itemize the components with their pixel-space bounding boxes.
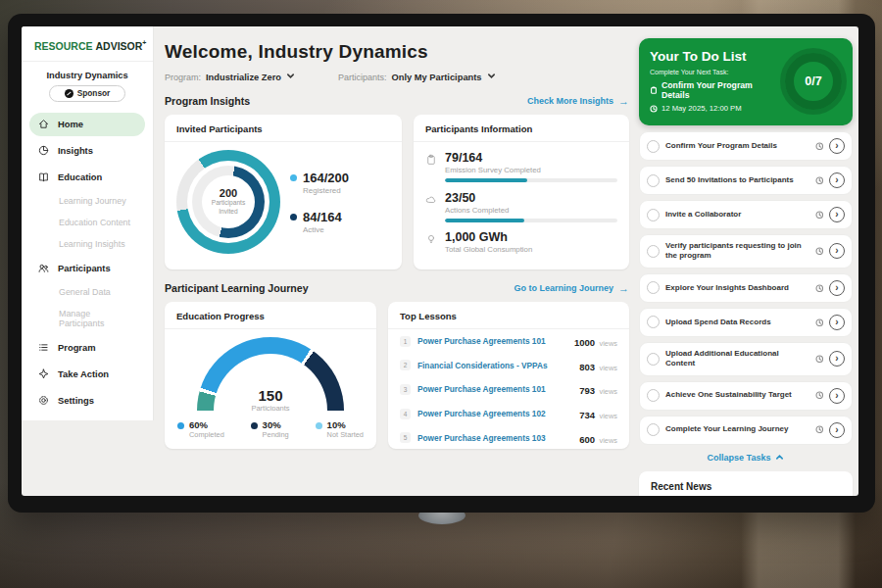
task-label: Achieve One Sustainability Target xyxy=(665,390,809,400)
lesson-link[interactable]: Power Purchase Agreements 101 xyxy=(417,336,567,346)
task-label: Send 50 Invitations to Participants xyxy=(665,175,809,185)
sidebar-item-label: General Data xyxy=(59,287,111,297)
sidebar-item-education-content[interactable]: Education Content xyxy=(29,214,145,232)
task-checkbox[interactable] xyxy=(647,281,660,294)
sidebar-item-take-action[interactable]: Take Action xyxy=(29,363,145,386)
clock-icon xyxy=(815,355,824,364)
clipboard-icon xyxy=(650,86,658,94)
task-checkbox[interactable] xyxy=(647,209,660,221)
clock-icon xyxy=(815,211,824,220)
task-open-button[interactable]: › xyxy=(829,207,845,222)
todo-progress-ring: 0/7 xyxy=(785,53,842,110)
sidebar-item-label: Education xyxy=(58,172,102,182)
todo-title: Your To Do List xyxy=(650,49,779,64)
lesson-views: 803 views xyxy=(579,357,617,374)
sidebar-item-program[interactable]: Program xyxy=(29,336,145,360)
task-checkbox[interactable] xyxy=(647,174,660,187)
lesson-views: 1000 views xyxy=(574,332,617,350)
org-name: Industry Dynamics xyxy=(22,71,153,80)
sidebar-item-learning-insights[interactable]: Learning Insights xyxy=(29,235,145,254)
lesson-row: 1Power Purchase Agreements 1011000 views xyxy=(388,329,629,354)
home-icon xyxy=(37,118,50,130)
settings-icon xyxy=(37,394,50,407)
todo-task-row: Verify participants requesting to join t… xyxy=(639,234,853,269)
invited-participants-card: Invited Participants 200 Participants In… xyxy=(165,115,402,270)
program-icon xyxy=(37,341,50,354)
dashboard-screen: RESOURCEADVISOR+ Industry Dynamics Spons… xyxy=(22,26,858,496)
sidebar-item-label: Learning Journey xyxy=(59,196,126,206)
clock-icon xyxy=(815,425,824,434)
resource-advisor-logo: RESOURCEADVISOR+ xyxy=(22,26,153,62)
sidebar-item-label: Insights xyxy=(58,145,93,156)
task-label: Invite a Collaborator xyxy=(665,210,809,220)
task-open-button[interactable]: › xyxy=(829,315,845,330)
task-label: Upload Additional Educational Content xyxy=(665,349,809,369)
lesson-list: 1Power Purchase Agreements 1011000 views… xyxy=(388,329,629,450)
sidebar-item-manage-participants[interactable]: Manage Participants xyxy=(29,305,145,333)
legend-dot xyxy=(251,422,258,429)
lesson-views: 793 views xyxy=(579,380,617,398)
sidebar-item-learning-journey[interactable]: Learning Journey xyxy=(29,192,145,211)
lesson-row: 4Power Purchase Agreements 102734 views xyxy=(388,402,629,426)
clock-icon xyxy=(650,105,658,113)
task-open-button[interactable]: › xyxy=(829,351,845,367)
task-checkbox[interactable] xyxy=(647,140,660,153)
check-more-insights-link[interactable]: Check More Insights → xyxy=(527,96,629,107)
todo-task-row: Send 50 Invitations to Participants› xyxy=(639,166,853,195)
top-lessons-card: Top Lessons 1Power Purchase Agreements 1… xyxy=(388,302,629,449)
task-open-button[interactable]: › xyxy=(829,280,845,296)
task-open-button[interactable]: › xyxy=(829,138,845,154)
gauge-legend: 60%Completed 30%Pending 10%Not Started xyxy=(165,411,376,439)
monitor-bezel: RESOURCEADVISOR+ Industry Dynamics Spons… xyxy=(8,14,875,513)
clipboard-icon xyxy=(425,154,437,182)
task-checkbox[interactable] xyxy=(647,423,660,436)
task-checkbox[interactable] xyxy=(647,245,660,258)
participants-filter[interactable]: Participants: Only My Participants xyxy=(338,72,496,82)
task-label: Verify participants requesting to join t… xyxy=(665,241,809,262)
stat-emission-survey: 79/164 Emission Survey Completed xyxy=(425,151,617,182)
sidebar-item-education[interactable]: Education xyxy=(29,166,145,189)
todo-task-row: Complete Your Learning Journey› xyxy=(639,416,853,445)
task-checkbox[interactable] xyxy=(647,316,660,328)
sidebar-item-home[interactable]: Home xyxy=(29,113,145,136)
program-filter[interactable]: Program: Industrialize Zero xyxy=(165,72,295,82)
lesson-link[interactable]: Power Purchase Agreements 103 xyxy=(417,433,572,443)
sidebar-item-label: Take Action xyxy=(58,368,109,379)
lesson-row: 5Power Purchase Agreements 103600 views xyxy=(388,425,629,450)
clock-icon xyxy=(815,176,824,185)
legend-dot xyxy=(290,214,297,220)
lesson-rank: 1 xyxy=(400,336,411,347)
sidebar-item-label: Education Content xyxy=(59,218,130,227)
collapse-tasks-link[interactable]: Collapse Tasks xyxy=(639,453,853,463)
todo-task-row: Upload Additional Educational Content› xyxy=(639,342,853,376)
sidebar-item-settings[interactable]: Settings xyxy=(29,389,145,413)
lesson-rank: 4 xyxy=(400,409,411,419)
go-to-learning-journey-link[interactable]: Go to Learning Journey → xyxy=(514,283,629,294)
sidebar-item-label: Participants xyxy=(58,263,111,273)
legend-dot xyxy=(177,422,184,429)
sidebar-item-insights[interactable]: Insights xyxy=(29,139,145,163)
todo-header: Your To Do List Complete Your Next Task:… xyxy=(639,38,853,125)
task-open-button[interactable]: › xyxy=(829,388,845,404)
sidebar-item-general-data[interactable]: General Data xyxy=(29,283,145,302)
sidebar-item-label: Program xyxy=(58,342,96,353)
donut-legend: 164/200Registered 84/164Active xyxy=(290,171,349,234)
sponsor-badge[interactable]: Sponsor xyxy=(49,85,125,102)
task-label: Complete Your Learning Journey xyxy=(665,424,809,434)
sidebar-item-label: Manage Participants xyxy=(59,309,137,328)
task-open-button[interactable]: › xyxy=(829,243,845,259)
sidebar-item-label: Settings xyxy=(58,395,94,406)
lesson-link[interactable]: Financial Considerations - VPPAs xyxy=(417,361,572,370)
task-checkbox[interactable] xyxy=(647,389,660,402)
task-checkbox[interactable] xyxy=(647,353,660,366)
lesson-row: 2Financial Considerations - VPPAs803 vie… xyxy=(388,354,629,378)
lesson-link[interactable]: Power Purchase Agreements 102 xyxy=(417,409,572,418)
due-date: 12 May 2025, 12:00 PM xyxy=(650,104,779,113)
sidebar-item-participants[interactable]: Participants xyxy=(29,257,145,280)
task-open-button[interactable]: › xyxy=(829,172,845,188)
program-insights-title: Program Insights xyxy=(165,95,250,107)
todo-task-row: Achieve One Sustainability Target› xyxy=(639,381,853,411)
sidebar-item-label: Learning Insights xyxy=(59,239,125,249)
task-open-button[interactable]: › xyxy=(829,422,845,438)
lesson-link[interactable]: Power Purchase Agreements 101 xyxy=(417,384,572,394)
